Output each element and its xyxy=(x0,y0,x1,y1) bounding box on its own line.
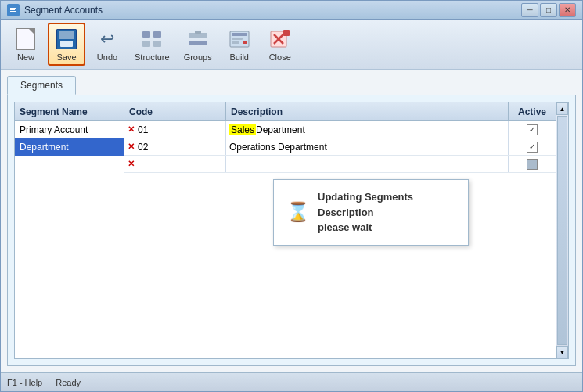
window-title: Segment Accounts xyxy=(24,5,103,16)
svg-rect-10 xyxy=(195,31,201,34)
active-checkbox-02[interactable] xyxy=(527,142,538,153)
active-header: Active xyxy=(509,102,556,120)
table-container: Segment Name Primary Account Department … xyxy=(14,102,569,359)
close-icon xyxy=(268,27,293,52)
maximize-button[interactable]: □ xyxy=(540,3,557,17)
svg-rect-12 xyxy=(232,33,247,36)
svg-rect-3 xyxy=(10,11,16,12)
tabs-row: Segments xyxy=(7,76,576,95)
save-label: Save xyxy=(56,52,76,62)
close-button[interactable]: Close xyxy=(261,23,299,65)
desc-rest-01: Department xyxy=(256,124,305,135)
desc-highlight-01: Sales xyxy=(229,124,256,135)
active-cell-02[interactable] xyxy=(509,138,556,155)
svg-rect-7 xyxy=(153,41,161,47)
help-key: F1 - Help xyxy=(7,378,42,387)
active-cell-03[interactable] xyxy=(509,156,556,172)
status-text: Ready xyxy=(56,378,81,387)
svg-rect-9 xyxy=(189,41,207,45)
scroll-thumb[interactable] xyxy=(557,116,567,345)
code-cell-02: ✕ 02 xyxy=(124,138,226,155)
popup-line2: please wait xyxy=(318,220,455,236)
title-bar-left: Segment Accounts xyxy=(7,4,103,16)
status-bar: F1 - Help Ready xyxy=(1,372,582,391)
segment-name-panel: Segment Name Primary Account Department xyxy=(15,102,124,358)
structure-icon xyxy=(139,27,164,52)
main-panel: Segment Name Primary Account Department … xyxy=(7,95,576,366)
segment-row-department[interactable]: Department xyxy=(15,138,124,156)
status-divider xyxy=(49,377,49,388)
new-button[interactable]: New xyxy=(7,23,45,65)
structure-button[interactable]: Structure xyxy=(129,23,175,65)
data-rows: ✕ 01 Sales Department xyxy=(124,121,556,358)
save-icon xyxy=(54,27,79,52)
svg-rect-15 xyxy=(243,41,247,44)
popup-text: Updating Segments Description please wai… xyxy=(318,189,455,236)
delete-row-3-icon[interactable]: ✕ xyxy=(128,159,135,169)
vertical-scrollbar[interactable]: ▲ ▼ xyxy=(556,102,568,358)
delete-row-2-icon[interactable]: ✕ xyxy=(128,142,135,152)
new-label: New xyxy=(17,52,34,62)
hourglass-icon: ⌛ xyxy=(286,201,310,223)
new-icon xyxy=(13,27,38,52)
svg-rect-2 xyxy=(10,9,15,10)
title-controls: ─ □ ✕ xyxy=(521,3,576,17)
segment-row-primary[interactable]: Primary Account xyxy=(15,121,124,138)
scroll-up-button[interactable]: ▲ xyxy=(556,102,568,115)
table-wrapper: Segment Name Primary Account Department … xyxy=(15,102,568,358)
svg-rect-19 xyxy=(283,30,290,36)
window-close-button[interactable]: ✕ xyxy=(559,3,576,17)
active-checkbox-03[interactable] xyxy=(527,159,538,170)
content-area: Segments Segment Name Primary Account De… xyxy=(1,70,582,372)
active-cell-01[interactable] xyxy=(509,121,556,138)
scroll-down-button[interactable]: ▼ xyxy=(556,346,568,358)
minimize-button[interactable]: ─ xyxy=(521,3,538,17)
tab-segments[interactable]: Segments xyxy=(7,76,76,95)
svg-rect-13 xyxy=(232,38,243,40)
undo-icon: ↩ xyxy=(95,27,120,52)
desc-cell-01[interactable]: Sales Department xyxy=(226,121,509,138)
build-icon xyxy=(227,27,252,52)
close-label: Close xyxy=(269,52,291,62)
main-window: Segment Accounts ─ □ ✕ New Save ↩ Undo xyxy=(0,0,583,392)
code-cell-03: ✕ xyxy=(124,156,226,172)
undo-button[interactable]: ↩ Undo xyxy=(88,23,126,65)
code-value-02: 02 xyxy=(138,142,148,153)
svg-rect-1 xyxy=(10,8,16,9)
right-headers: Code Description Active xyxy=(124,102,556,121)
build-button[interactable]: Build xyxy=(221,23,258,65)
description-header: Description xyxy=(226,102,509,120)
groups-icon xyxy=(185,27,211,52)
code-cell-01: ✕ 01 xyxy=(124,121,226,138)
undo-label: Undo xyxy=(97,52,117,62)
table-row: ✕ ⌛ Updating Segments Description please… xyxy=(124,156,556,173)
popup-line1: Updating Segments Description xyxy=(318,189,455,220)
groups-button[interactable]: Groups xyxy=(178,23,218,65)
structure-label: Structure xyxy=(135,52,170,62)
code-value-01: 01 xyxy=(138,124,148,135)
svg-rect-4 xyxy=(142,31,150,38)
save-button[interactable]: Save xyxy=(48,23,85,66)
code-header: Code xyxy=(124,102,226,120)
svg-rect-5 xyxy=(153,31,161,38)
groups-label: Groups xyxy=(184,52,212,62)
delete-row-1-icon[interactable]: ✕ xyxy=(128,124,135,135)
updating-popup: ⌛ Updating Segments Description please w… xyxy=(273,179,469,246)
app-icon xyxy=(7,4,20,16)
active-checkbox-01[interactable] xyxy=(527,124,538,135)
desc-cell-03[interactable]: ⌛ Updating Segments Description please w… xyxy=(226,156,509,172)
desc-value-02: Operations Department xyxy=(229,142,327,153)
desc-cell-02[interactable]: Operations Department xyxy=(226,138,509,155)
svg-rect-6 xyxy=(142,41,150,47)
table-row: ✕ 01 Sales Department xyxy=(124,121,556,138)
svg-rect-14 xyxy=(232,41,239,44)
table-row: ✕ 02 Operations Department xyxy=(124,138,556,156)
segment-name-header: Segment Name xyxy=(15,102,124,121)
build-label: Build xyxy=(229,52,248,62)
toolbar: New Save ↩ Undo Structure xyxy=(1,20,582,70)
title-bar: Segment Accounts ─ □ ✕ xyxy=(1,1,582,20)
right-data-panel: Code Description Active ✕ 01 xyxy=(124,102,556,358)
